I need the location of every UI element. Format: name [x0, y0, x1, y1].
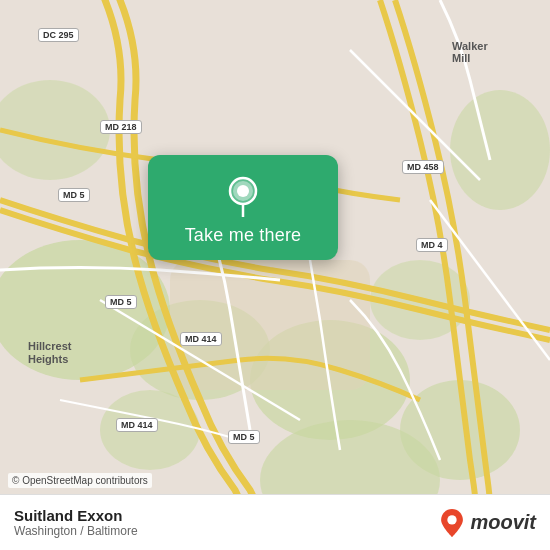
road-label-dc295: DC 295	[38, 28, 79, 42]
road-label-md218: MD 218	[100, 120, 142, 134]
location-info: Suitland Exxon Washington / Baltimore	[14, 507, 138, 538]
road-label-md5-3: MD 5	[228, 430, 260, 444]
neighborhood-label: HillcrestHeights	[28, 340, 71, 366]
road-label-md458: MD 458	[402, 160, 444, 174]
map-background	[0, 0, 550, 550]
location-subtitle: Washington / Baltimore	[14, 524, 138, 538]
location-name: Suitland Exxon	[14, 507, 138, 524]
moovit-logo: moovit	[438, 509, 536, 537]
road-label-md5-1: MD 5	[58, 188, 90, 202]
road-label-md414-2: MD 414	[116, 418, 158, 432]
svg-point-15	[448, 515, 457, 524]
map-attribution: © OpenStreetMap contributors	[8, 473, 152, 488]
moovit-pin-icon	[438, 509, 466, 537]
road-label-md5-2: MD 5	[105, 295, 137, 309]
road-label-md4: MD 4	[416, 238, 448, 252]
map-container: DC 295 MD 218 MD 458 MD 5 MD 4 MD 5 MD 4…	[0, 0, 550, 550]
svg-point-9	[450, 90, 550, 210]
take-me-there-card[interactable]: Take me there	[148, 155, 338, 260]
svg-point-13	[237, 185, 249, 197]
take-me-there-button[interactable]: Take me there	[185, 225, 302, 246]
road-label-md414-1: MD 414	[180, 332, 222, 346]
moovit-text: moovit	[470, 511, 536, 534]
location-pin-icon	[221, 173, 265, 217]
neighborhood-label-walkmill: WalkerMill	[452, 40, 488, 64]
info-bar: Suitland Exxon Washington / Baltimore mo…	[0, 494, 550, 550]
